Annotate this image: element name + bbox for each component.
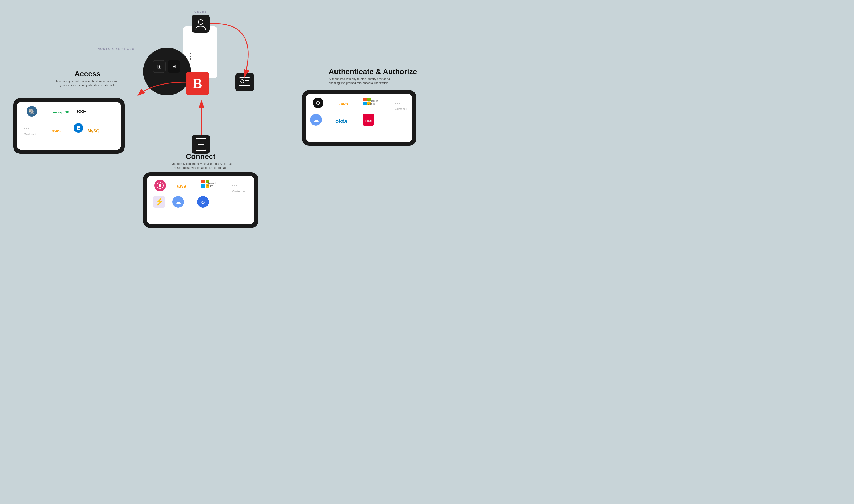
svg-rect-71 xyxy=(201,180,205,183)
svg-text:Microsoft: Microsoft xyxy=(369,100,378,102)
svg-text:🐘: 🐘 xyxy=(29,109,35,114)
svg-text:• • •: • • • xyxy=(24,127,29,131)
svg-text:• • •: • • • xyxy=(232,184,237,188)
svg-point-8 xyxy=(198,20,203,24)
svg-text:Microsoft: Microsoft xyxy=(207,182,216,184)
svg-text:okta: okta xyxy=(335,118,348,125)
svg-text:mongoDB.: mongoDB. xyxy=(53,110,71,114)
svg-text:enabling fine-grained role-bas: enabling fine-grained role-based authori… xyxy=(329,82,388,85)
svg-text:Connect: Connect xyxy=(186,152,215,161)
svg-text:Azure: Azure xyxy=(207,185,213,187)
arrows-svg: ⊞ 🖥 USERS HOSTS & SERVICES xyxy=(0,0,427,252)
svg-rect-12 xyxy=(239,78,250,86)
svg-rect-5 xyxy=(168,60,180,73)
svg-point-49 xyxy=(313,97,323,108)
svg-point-37 xyxy=(26,106,37,116)
svg-text:USERS: USERS xyxy=(194,10,207,13)
svg-point-13 xyxy=(241,80,244,83)
svg-rect-52 xyxy=(363,97,367,101)
svg-text:☁: ☁ xyxy=(175,199,181,205)
svg-text:Custom +: Custom + xyxy=(395,107,407,110)
svg-text:HOSTS & SERVICES: HOSTS & SERVICES xyxy=(97,47,135,50)
svg-text:Ping: Ping xyxy=(365,119,372,122)
svg-point-81 xyxy=(172,196,184,208)
svg-rect-72 xyxy=(206,180,209,183)
svg-rect-11 xyxy=(235,73,254,91)
svg-text:⚙: ⚙ xyxy=(201,200,205,205)
svg-rect-21 xyxy=(185,72,209,95)
svg-text:Access any remote system, host: Access any remote system, host, or servi… xyxy=(56,79,119,83)
svg-rect-44 xyxy=(74,123,83,133)
svg-rect-53 xyxy=(367,97,371,101)
svg-text:aws: aws xyxy=(339,101,348,107)
svg-text:aws: aws xyxy=(177,183,186,189)
svg-rect-35 xyxy=(13,98,125,154)
svg-text:• • •: • • • xyxy=(395,102,400,106)
svg-text:Access: Access xyxy=(74,70,101,78)
svg-point-69 xyxy=(159,184,161,187)
svg-rect-7 xyxy=(192,15,210,33)
svg-point-83 xyxy=(197,196,209,208)
svg-point-68 xyxy=(157,182,163,189)
svg-rect-1 xyxy=(183,26,217,78)
svg-rect-63 xyxy=(362,114,374,126)
svg-text:SSH: SSH xyxy=(77,109,87,114)
svg-point-67 xyxy=(154,180,166,191)
svg-rect-0 xyxy=(0,0,427,252)
svg-text:MySQL: MySQL xyxy=(87,129,102,133)
svg-text:Azure: Azure xyxy=(369,103,375,105)
svg-text:Dynamically connect any servic: Dynamically connect any service registry… xyxy=(170,162,232,165)
svg-point-60 xyxy=(310,114,322,126)
svg-rect-55 xyxy=(367,102,371,106)
svg-rect-54 xyxy=(363,102,367,106)
svg-text:dynamic secrets and just-in-ti: dynamic secrets and just-in-time credent… xyxy=(58,84,116,87)
svg-rect-74 xyxy=(206,184,209,187)
svg-text:B: B xyxy=(193,76,202,91)
diagram-container: ⊞ 🖥 USERS HOSTS & SERVICES xyxy=(0,0,427,252)
svg-rect-48 xyxy=(306,94,412,142)
svg-text:🖥: 🖥 xyxy=(172,64,176,69)
svg-text:hosts and service catalogs are: hosts and service catalogs are up-to-dat… xyxy=(174,166,227,169)
svg-point-2 xyxy=(143,48,191,95)
svg-text:🖥: 🖥 xyxy=(76,125,81,131)
svg-rect-73 xyxy=(201,184,205,187)
svg-text:⊞: ⊞ xyxy=(157,64,162,69)
svg-rect-36 xyxy=(17,102,121,150)
svg-rect-17 xyxy=(196,138,206,150)
svg-rect-79 xyxy=(153,196,165,208)
svg-text:Authenticate & Authorize: Authenticate & Authorize xyxy=(329,68,417,76)
svg-text:☁: ☁ xyxy=(313,116,319,123)
svg-text:⊙: ⊙ xyxy=(316,100,320,106)
svg-rect-65 xyxy=(143,172,258,228)
svg-rect-47 xyxy=(302,90,416,146)
svg-rect-66 xyxy=(147,176,254,224)
svg-text:Custom +: Custom + xyxy=(24,132,36,136)
svg-text:⚡: ⚡ xyxy=(155,197,164,206)
svg-rect-3 xyxy=(153,60,165,73)
svg-text:Custom +: Custom + xyxy=(232,190,245,193)
svg-text:Authenticate with any trusted : Authenticate with any trusted identity p… xyxy=(329,77,390,80)
svg-text:aws: aws xyxy=(52,128,61,133)
svg-rect-16 xyxy=(192,135,210,154)
